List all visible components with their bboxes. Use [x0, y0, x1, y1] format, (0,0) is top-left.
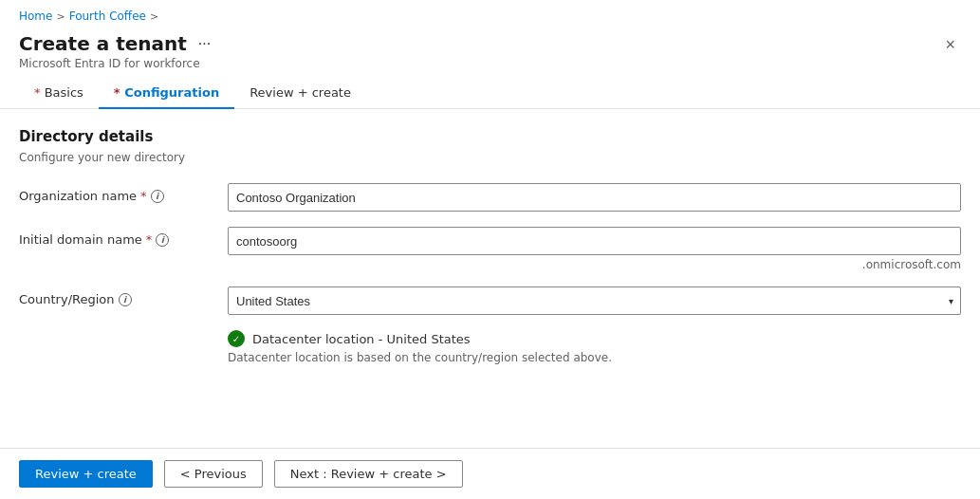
org-name-required: *	[140, 189, 147, 203]
check-circle-icon: ✓	[228, 330, 245, 347]
datacenter-info: ✓ Datacenter location - United States Da…	[228, 330, 961, 364]
org-name-input-wrapper	[228, 183, 961, 212]
org-name-input[interactable]	[228, 183, 961, 212]
breadcrumb-home[interactable]: Home	[19, 9, 52, 23]
org-name-info-icon[interactable]: i	[151, 190, 164, 203]
domain-suffix: .onmicrosoft.com	[228, 258, 961, 271]
country-info-icon[interactable]: i	[119, 293, 132, 306]
breadcrumb-fourth-coffee[interactable]: Fourth Coffee	[69, 9, 146, 23]
country-select[interactable]: United States Canada United Kingdom Germ…	[228, 286, 961, 315]
header: Create a tenant ··· Microsoft Entra ID f…	[0, 28, 980, 78]
tab-basics[interactable]: Basics	[19, 78, 99, 109]
next-button[interactable]: Next : Review + create >	[274, 460, 463, 488]
domain-name-input[interactable]	[228, 227, 961, 255]
section-title: Directory details	[19, 128, 961, 145]
org-name-row: Organization name * i	[19, 183, 961, 212]
domain-name-label: Initial domain name * i	[19, 227, 228, 247]
domain-name-input-wrapper: .onmicrosoft.com	[228, 227, 961, 271]
country-row: Country/Region i United States Canada Un…	[19, 286, 961, 315]
org-name-label: Organization name * i	[19, 183, 228, 203]
datacenter-location: ✓ Datacenter location - United States	[228, 330, 961, 347]
country-label: Country/Region i	[19, 286, 228, 306]
tab-review-create[interactable]: Review + create	[234, 78, 366, 109]
domain-name-row: Initial domain name * i .onmicrosoft.com	[19, 227, 961, 271]
country-input-wrapper: United States Canada United Kingdom Germ…	[228, 286, 961, 315]
datacenter-note: Datacenter location is based on the coun…	[228, 351, 961, 364]
tab-configuration[interactable]: Configuration	[99, 78, 234, 109]
domain-name-info-icon[interactable]: i	[156, 233, 169, 247]
previous-button[interactable]: < Previous	[164, 460, 263, 488]
datacenter-location-label: Datacenter location - United States	[252, 332, 471, 346]
page-title-text: Create a tenant	[19, 32, 187, 55]
breadcrumb: Home > Fourth Coffee >	[0, 0, 980, 28]
section-subtitle: Configure your new directory	[19, 151, 961, 164]
footer: Review + create < Previous Next : Review…	[0, 448, 980, 499]
page-container: Home > Fourth Coffee > Create a tenant ·…	[0, 0, 980, 499]
page-subtitle: Microsoft Entra ID for workforce	[19, 57, 214, 70]
close-button[interactable]: ×	[939, 32, 961, 57]
tabs-bar: Basics Configuration Review + create	[0, 78, 980, 109]
breadcrumb-sep-2: >	[150, 10, 158, 23]
main-content: Directory details Configure your new dir…	[0, 109, 980, 448]
domain-name-required: *	[146, 232, 153, 247]
review-create-button[interactable]: Review + create	[19, 460, 153, 488]
page-title: Create a tenant ···	[19, 32, 214, 55]
more-options-button[interactable]: ···	[194, 33, 214, 54]
header-left: Create a tenant ··· Microsoft Entra ID f…	[19, 32, 214, 70]
country-select-wrapper: United States Canada United Kingdom Germ…	[228, 286, 961, 315]
breadcrumb-sep-1: >	[56, 10, 65, 23]
